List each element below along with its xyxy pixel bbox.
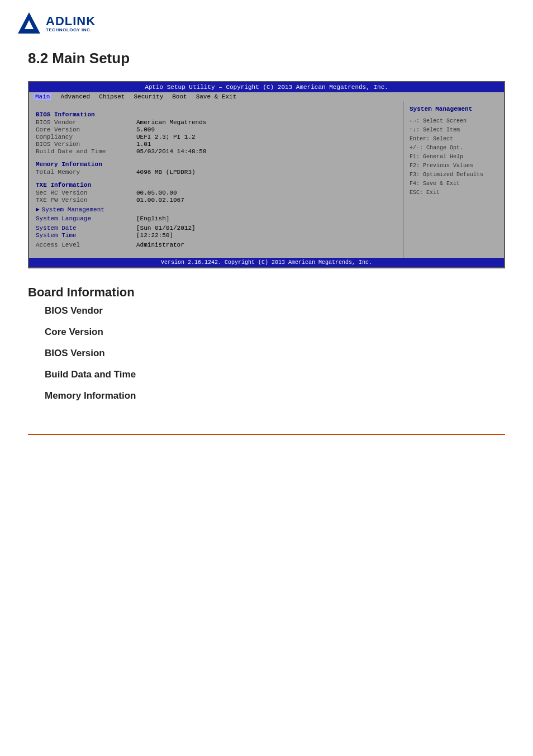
txe-info-title: TXE Information xyxy=(36,182,397,188)
bios-vendor-row: BIOS Vendor American Megatrends xyxy=(36,119,397,126)
total-memory-row: Total Memory 4096 MB (LPDDR3) xyxy=(36,169,397,176)
help-f2: F2: Previous Values xyxy=(410,162,498,171)
sec-rc-row: Sec RC Version 00.05.00.00 xyxy=(36,190,397,196)
help-f4: F4: Save & Exit xyxy=(410,179,498,188)
compliancy-row: Compliancy UEFI 2.3; PI 1.2 xyxy=(36,134,397,140)
bios-version-section-title: BIOS Version xyxy=(45,348,505,359)
build-data-subsection: Build Data and Time xyxy=(45,369,505,380)
system-date-row: System Date [Sun 01/01/2012] xyxy=(36,225,397,231)
core-version-label: Core Version xyxy=(36,126,136,133)
system-date-label[interactable]: System Date xyxy=(36,225,136,231)
bios-right-panel: System Management ←→: Select Screen ↑↓: … xyxy=(403,101,504,258)
bios-version-row: BIOS Version 1.01 xyxy=(36,141,397,148)
access-level-label: Access Level xyxy=(36,242,136,248)
bios-left-panel: BIOS Information BIOS Vendor American Me… xyxy=(29,101,403,258)
logo: ADLINK TECHNOLOGY INC. xyxy=(17,11,96,36)
bios-version-subsection: BIOS Version xyxy=(45,348,505,359)
bios-right-title: System Management xyxy=(410,106,498,112)
txe-fw-row: TXE FW Version 01.00.02.1067 xyxy=(36,197,397,204)
total-memory-label: Total Memory xyxy=(36,169,136,176)
bios-menu-advanced[interactable]: Advanced xyxy=(60,93,90,100)
bios-vendor-subsection: BIOS Vendor xyxy=(45,305,505,316)
help-f1: F1: General Help xyxy=(410,153,498,162)
bios-version-label: BIOS Version xyxy=(36,141,136,148)
memory-info-section-title: Memory Information xyxy=(45,390,505,401)
bios-menubar: Main Advanced Chipset Security Boot Save… xyxy=(29,92,504,101)
bios-version-value: 1.01 xyxy=(136,141,151,148)
access-level-row: Access Level Administrator xyxy=(36,242,397,248)
bios-menu-main[interactable]: Main xyxy=(34,93,51,100)
system-time-label[interactable]: System Time xyxy=(36,232,136,239)
system-date-value: [Sun 01/01/2012] xyxy=(136,225,196,231)
help-enter: Enter: Select xyxy=(410,135,498,144)
system-language-value: [English] xyxy=(136,215,169,222)
help-change-opt: +/-: Change Opt. xyxy=(410,144,498,153)
compliancy-label: Compliancy xyxy=(36,134,136,140)
bios-body: BIOS Information BIOS Vendor American Me… xyxy=(29,101,504,258)
header: ADLINK TECHNOLOGY INC. xyxy=(0,0,533,41)
bios-help-section: ←→: Select Screen ↑↓: Select Item Enter:… xyxy=(410,117,498,197)
system-language-row: System Language [English] xyxy=(36,215,397,222)
logo-icon xyxy=(17,11,41,36)
bios-topbar: Aptio Setup Utility – Copyright (C) 2013… xyxy=(29,82,504,92)
txe-fw-value: 01.00.02.1067 xyxy=(136,197,184,204)
memory-info-title: Memory Information xyxy=(36,161,397,168)
bios-vendor-section-title: BIOS Vendor xyxy=(45,305,505,316)
core-version-row: Core Version 5.009 xyxy=(36,126,397,133)
build-date-value: 05/03/2014 14:48:58 xyxy=(136,148,206,155)
system-management-label: System Management xyxy=(42,206,104,213)
doc-content: Board Information BIOS Vendor Core Versi… xyxy=(0,280,533,428)
help-select-item: ↑↓: Select Item xyxy=(410,126,498,135)
core-version-section-title: Core Version xyxy=(45,327,505,338)
build-date-label: Build Date and Time xyxy=(36,148,136,155)
bios-menu-boot[interactable]: Boot xyxy=(172,93,187,100)
bios-menu-security[interactable]: Security xyxy=(134,93,163,100)
help-esc: ESC: Exit xyxy=(410,188,498,197)
page-title: 8.2 Main Setup xyxy=(28,50,505,67)
bios-menu-save-exit[interactable]: Save & Exit xyxy=(196,93,237,100)
arrow-icon: ► xyxy=(36,206,40,213)
help-select-screen: ←→: Select Screen xyxy=(410,117,498,126)
system-time-value: [12:22:50] xyxy=(136,232,173,239)
total-memory-value: 4096 MB (LPDDR3) xyxy=(136,169,196,176)
bottom-rule xyxy=(28,434,505,435)
board-info-title: Board Information xyxy=(28,285,505,300)
bios-screenshot: Aptio Setup Utility – Copyright (C) 2013… xyxy=(28,81,505,268)
bios-menu-chipset[interactable]: Chipset xyxy=(99,93,125,100)
core-version-value: 5.009 xyxy=(136,126,155,133)
bios-bottombar: Version 2.16.1242. Copyright (C) 2013 Am… xyxy=(29,258,504,267)
txe-fw-label: TXE FW Version xyxy=(36,197,136,204)
sec-rc-label: Sec RC Version xyxy=(36,190,136,196)
page-title-section: 8.2 Main Setup xyxy=(0,41,533,73)
bios-info-title: BIOS Information xyxy=(36,111,397,118)
memory-info-subsection: Memory Information xyxy=(45,390,505,401)
core-version-subsection: Core Version xyxy=(45,327,505,338)
help-f3: F3: Optimized Defaults xyxy=(410,171,498,179)
sec-rc-value: 00.05.00.00 xyxy=(136,190,177,196)
logo-subtitle: TECHNOLOGY INC. xyxy=(46,28,96,33)
system-language-label[interactable]: System Language xyxy=(36,215,136,222)
system-management-item[interactable]: ► System Management xyxy=(36,206,397,213)
bios-vendor-value: American Megatrends xyxy=(136,119,206,126)
build-date-row: Build Date and Time 05/03/2014 14:48:58 xyxy=(36,148,397,155)
logo-text: ADLINK TECHNOLOGY INC. xyxy=(46,15,96,33)
build-data-section-title: Build Data and Time xyxy=(45,369,505,380)
system-time-row: System Time [12:22:50] xyxy=(36,232,397,239)
compliancy-value: UEFI 2.3; PI 1.2 xyxy=(136,134,196,140)
access-level-value: Administrator xyxy=(136,242,184,248)
bios-vendor-label: BIOS Vendor xyxy=(36,119,136,126)
logo-company: ADLINK xyxy=(46,15,96,28)
